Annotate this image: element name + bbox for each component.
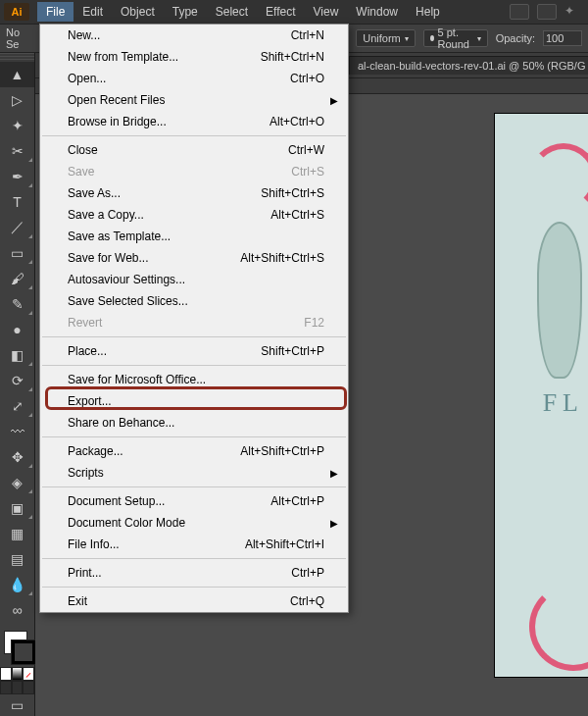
menu-item-shortcut: Alt+Ctrl+S: [270, 208, 324, 222]
fill-stroke-swatch[interactable]: [0, 629, 34, 668]
tool-pencil[interactable]: ✎: [0, 291, 34, 317]
file-menu-save-selected-slices[interactable]: Save Selected Slices...: [40, 290, 348, 312]
file-menu-autosaviour-settings[interactable]: Autosaviour Settings...: [40, 269, 348, 290]
tool-pen[interactable]: ✒: [0, 164, 34, 189]
file-menu-new-from-template[interactable]: New from Template...Shift+Ctrl+N: [40, 46, 348, 68]
file-menu-browse-in-bridge[interactable]: Browse in Bridge...Alt+Ctrl+O: [40, 111, 348, 132]
file-menu-document-color-mode[interactable]: Document Color Mode▶: [40, 512, 348, 534]
artwork-leaf: [537, 222, 582, 379]
draw-behind-icon[interactable]: [12, 681, 24, 694]
stroke-profile-dropdown[interactable]: Uniform▾: [356, 29, 416, 47]
tool-rotate[interactable]: ⟳: [0, 368, 34, 393]
menu-item-label: Save for Web...: [68, 251, 148, 265]
file-menu-save-for-microsoft-office[interactable]: Save for Microsoft Office...: [40, 369, 348, 390]
menu-help[interactable]: Help: [407, 2, 449, 22]
stroke-weight-dropdown[interactable]: 5 pt. Round▾: [423, 29, 488, 47]
tool-magic-wand[interactable]: ✦: [0, 113, 34, 138]
menu-item-label: Document Color Mode: [68, 516, 185, 530]
menu-item-shortcut: Alt+Shift+Ctrl+P: [240, 444, 324, 458]
file-menu-share-on-behance[interactable]: Share on Behance...: [40, 412, 348, 434]
tool-gradient[interactable]: ▤: [0, 546, 34, 572]
menu-item-shortcut: Ctrl+P: [291, 566, 324, 580]
draw-normal-icon[interactable]: [0, 681, 12, 694]
file-menu-save-as[interactable]: Save As...Shift+Ctrl+S: [40, 182, 348, 204]
color-mode-gradient[interactable]: [12, 667, 24, 681]
menu-select[interactable]: Select: [207, 2, 257, 22]
tool-selection[interactable]: ▲: [0, 62, 34, 87]
file-menu-file-info[interactable]: File Info...Alt+Shift+Ctrl+I: [40, 534, 348, 555]
menu-window[interactable]: Window: [347, 2, 407, 22]
menu-item-shortcut: Alt+Ctrl+O: [270, 115, 324, 128]
menu-edit[interactable]: Edit: [74, 2, 112, 22]
menu-file[interactable]: File: [37, 2, 74, 22]
file-menu-print[interactable]: Print...Ctrl+P: [40, 562, 348, 584]
tool-free-transform[interactable]: ✥: [0, 444, 34, 470]
tools-panel: ▲▷✦✂✒T／▭🖌✎●◧⟳⤢〰✥◈▣▦▤💧∞ ▭: [0, 53, 35, 716]
stroke-color-swatch[interactable]: [12, 640, 35, 664]
menu-item-label: Browse in Bridge...: [68, 115, 167, 128]
menu-item-label: Export...: [68, 394, 112, 408]
menu-item-label: Save for Microsoft Office...: [68, 373, 206, 386]
menu-item-shortcut: F12: [304, 316, 324, 330]
tool-paintbrush[interactable]: 🖌: [0, 266, 34, 291]
tool-direct-selection[interactable]: ▷: [0, 87, 34, 113]
tool-rectangle[interactable]: ▭: [0, 240, 34, 266]
file-menu-open[interactable]: Open...Ctrl+O: [40, 68, 348, 89]
sync-settings-icon[interactable]: ✦: [564, 4, 584, 20]
menu-type[interactable]: Type: [164, 2, 207, 22]
tool-perspective[interactable]: ▣: [0, 495, 34, 521]
menu-effect[interactable]: Effect: [257, 2, 304, 22]
artboard: FL: [495, 114, 588, 677]
file-menu-revert: RevertF12: [40, 312, 348, 333]
menu-item-label: Scripts: [68, 466, 104, 480]
file-menu-new[interactable]: New...Ctrl+N: [40, 25, 348, 46]
arrange-documents-icon[interactable]: [537, 4, 557, 20]
draw-inside-icon[interactable]: [23, 681, 34, 694]
menu-item-label: Place...: [68, 344, 107, 358]
tool-type[interactable]: T: [0, 189, 34, 215]
menu-item-label: Package...: [68, 444, 123, 458]
file-menu-exit[interactable]: ExitCtrl+Q: [40, 590, 348, 612]
panel-grip-icon[interactable]: [0, 53, 34, 62]
menu-view[interactable]: View: [305, 2, 348, 22]
menu-item-shortcut: Alt+Shift+Ctrl+S: [240, 251, 324, 265]
artwork-swirl: [529, 583, 588, 671]
bridge-icon[interactable]: [510, 4, 529, 20]
tool-lasso[interactable]: ✂: [0, 138, 34, 164]
menu-separator: [42, 365, 346, 366]
file-menu-close[interactable]: CloseCtrl+W: [40, 139, 348, 161]
file-menu-open-recent-files[interactable]: Open Recent Files▶: [40, 89, 348, 111]
document-tab[interactable]: al-clean-build-vectors-rev-01.ai @ 50% (…: [349, 56, 588, 75]
tool-line[interactable]: ／: [0, 215, 34, 240]
tool-scale[interactable]: ⤢: [0, 393, 34, 419]
menu-item-label: Open...: [68, 72, 106, 85]
file-menu-save-a-copy[interactable]: Save a Copy...Alt+Ctrl+S: [40, 204, 348, 226]
menu-item-label: File Info...: [68, 537, 120, 551]
menu-item-shortcut: Ctrl+N: [291, 28, 324, 42]
menu-item-label: Close: [68, 143, 98, 157]
submenu-arrow-icon: ▶: [330, 518, 338, 529]
tool-shape-builder[interactable]: ◈: [0, 470, 34, 495]
file-menu-place[interactable]: Place...Shift+Ctrl+P: [40, 340, 348, 362]
file-menu-document-setup[interactable]: Document Setup...Alt+Ctrl+P: [40, 490, 348, 512]
tool-blob-brush[interactable]: ●: [0, 317, 34, 342]
tool-eyedropper[interactable]: 💧: [0, 572, 34, 597]
menu-object[interactable]: Object: [112, 2, 164, 22]
opacity-input[interactable]: [543, 30, 582, 46]
tool-eraser[interactable]: ◧: [0, 342, 34, 368]
color-mode-solid[interactable]: [0, 667, 12, 681]
tool-mesh[interactable]: ▦: [0, 521, 34, 546]
artwork-text: FL: [543, 388, 584, 418]
file-menu-export[interactable]: Export...: [40, 390, 348, 412]
menu-item-label: Save a Copy...: [68, 208, 144, 222]
file-menu-dropdown: New...Ctrl+NNew from Template...Shift+Ct…: [39, 24, 349, 613]
color-mode-none[interactable]: [23, 667, 34, 681]
file-menu-save-for-web[interactable]: Save for Web...Alt+Shift+Ctrl+S: [40, 247, 348, 269]
file-menu-scripts[interactable]: Scripts▶: [40, 462, 348, 484]
screen-mode-button[interactable]: ▭: [0, 694, 34, 716]
file-menu-save-as-template[interactable]: Save as Template...: [40, 226, 348, 247]
opacity-label: Opacity:: [496, 32, 535, 44]
tool-width[interactable]: 〰: [0, 419, 34, 444]
file-menu-package[interactable]: Package...Alt+Shift+Ctrl+P: [40, 440, 348, 462]
tool-blend[interactable]: ∞: [0, 597, 34, 623]
